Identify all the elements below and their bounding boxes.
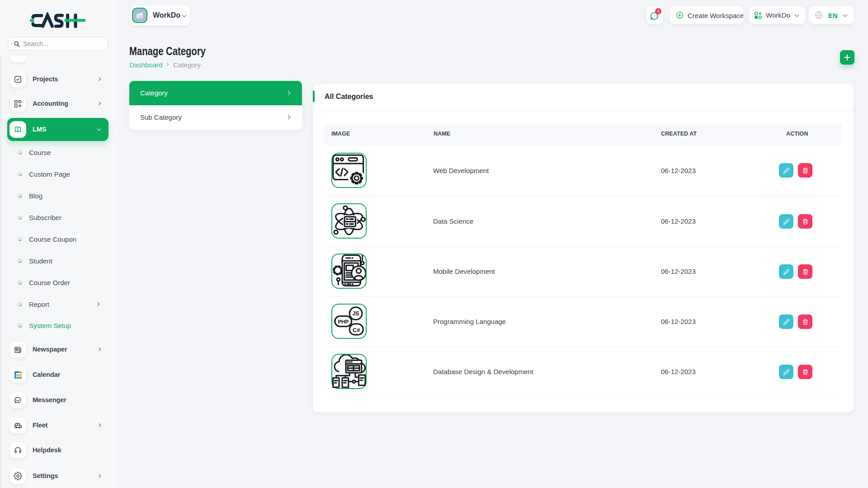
svg-text:PHP: PHP [338,319,349,324]
svg-text:31: 31 [16,373,20,377]
svg-text:JS: JS [353,310,359,317]
svg-text:C#: C# [353,327,360,333]
